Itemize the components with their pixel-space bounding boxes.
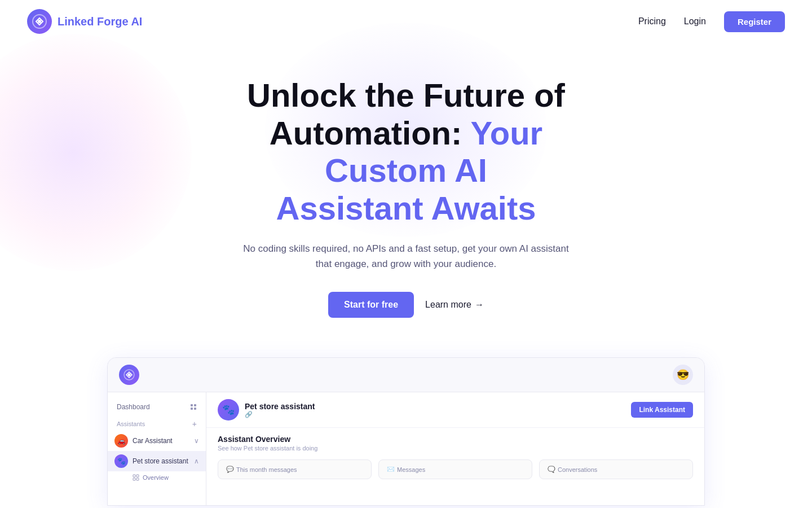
arrow-icon: → [475,300,484,310]
dashboard-main-header: 🐾 Pet store assistant 🔗 Link Assistant [206,392,704,428]
pet-store-title-area: 🐾 Pet store assistant 🔗 [218,399,315,421]
sidebar-overview-item[interactable]: Overview [108,471,206,484]
svg-point-1 [38,20,41,23]
pet-store-main-avatar: 🐾 [218,399,239,421]
assistant-overview-title: Assistant Overview [218,435,693,444]
dashboard-preview: 😎 Dashboard Assistants + 🚗 C [107,357,705,506]
stats-row: 💬 This month messages ✉️ Messages 🗨️ Con… [206,454,704,485]
pet-store-status: 🔗 [245,411,315,418]
add-assistant-icon[interactable]: + [192,419,197,428]
sidebar-pet-store-assistant[interactable]: 🐾 Pet store assistant ∧ [108,451,206,471]
dashboard-topbar: 😎 [108,358,704,392]
dashboard-logo [119,365,139,385]
svg-rect-10 [133,478,135,480]
sidebar-car-assistant[interactable]: 🚗 Car Assistant ∨ [108,431,206,451]
svg-rect-5 [194,404,196,406]
dashboard-user-avatar: 😎 [673,365,693,385]
hero-subtitle: No coding skills required, no APIs and a… [237,241,575,271]
svg-rect-9 [136,475,139,477]
hero-title: Unlock the Future of Automation: Your Cu… [209,77,603,227]
navbar: Linked Forge AI Pricing Login Register [0,0,812,43]
pet-store-avatar: 🐾 [114,454,128,468]
stat-card-messages-month: 💬 This month messages [218,459,372,479]
svg-rect-8 [133,475,135,477]
svg-rect-11 [136,478,139,480]
logo-icon [27,9,52,34]
overview-label-area: Assistant Overview See how Pet store ass… [206,428,704,454]
hero-section: Unlock the Future of Automation: Your Cu… [0,43,812,340]
svg-rect-6 [191,408,193,410]
nav-links: Pricing Login Register [638,11,785,32]
hero-buttons: Start for free Learn more → [27,292,785,318]
pet-store-name-block: Pet store assistant 🔗 [245,402,315,418]
car-assistant-chevron: ∨ [194,437,199,445]
stat-icon-conversations: 🗨️ [548,466,555,473]
start-for-free-button[interactable]: Start for free [328,292,414,318]
register-button[interactable]: Register [724,11,785,32]
sidebar-assistants-section: Assistants + [108,415,206,431]
svg-rect-7 [194,408,196,410]
learn-more-button[interactable]: Learn more → [425,300,484,310]
dashboard-sidebar: Dashboard Assistants + 🚗 Car Assistant ∨ [108,392,206,505]
stat-label-messages-month: 💬 This month messages [226,466,363,473]
pet-store-name: Pet store assistant [245,402,315,411]
car-assistant-avatar: 🚗 [114,434,128,448]
link-assistant-button[interactable]: Link Assistant [631,402,693,418]
dashboard-content: Dashboard Assistants + 🚗 Car Assistant ∨ [108,392,704,505]
pricing-link[interactable]: Pricing [638,16,666,27]
dashboard-main: 🐾 Pet store assistant 🔗 Link Assistant A… [206,392,704,505]
svg-rect-4 [191,404,193,406]
stat-card-messages: ✉️ Messages [378,459,532,479]
login-link[interactable]: Login [684,16,706,27]
logo-link[interactable]: Linked Forge AI [27,9,142,34]
stat-label-messages: ✉️ Messages [387,466,524,473]
assistant-overview-subtitle: See how Pet store assistant is doing [218,445,693,452]
stat-icon-messages-month: 💬 [226,466,234,473]
svg-point-3 [128,374,131,376]
sidebar-dashboard-item[interactable]: Dashboard [108,399,206,415]
stat-card-conversations: 🗨️ Conversations [539,459,693,479]
stat-label-conversations: 🗨️ Conversations [548,466,685,473]
pet-store-chevron: ∧ [194,457,199,465]
logo-text: Linked Forge AI [58,15,142,28]
learn-more-label: Learn more [425,300,471,310]
stat-icon-messages: ✉️ [387,466,395,473]
